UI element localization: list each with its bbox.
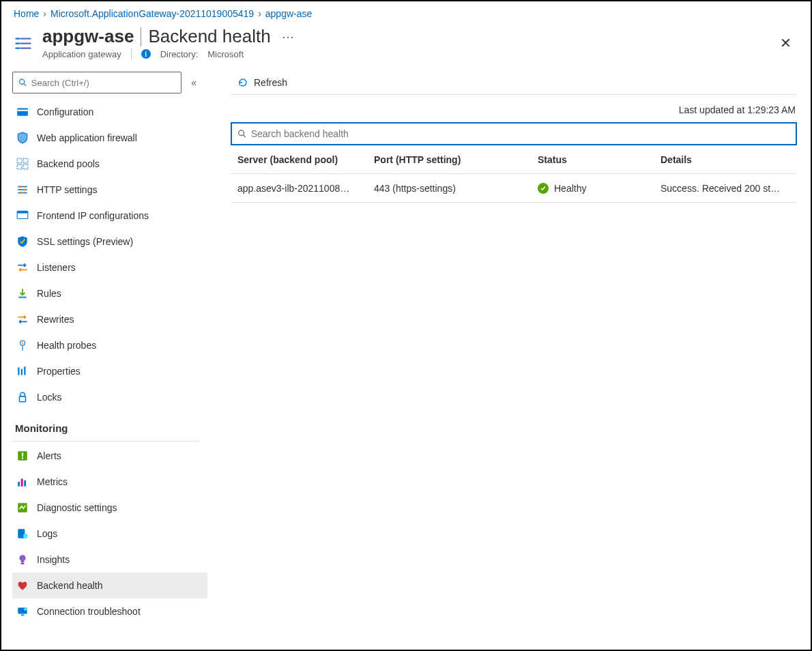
breadcrumb-resource-group[interactable]: Microsoft.ApplicationGateway-20211019005… (50, 8, 254, 19)
cell-port: 443 (https-settings) (374, 183, 538, 194)
sidebar-item-rewrites[interactable]: Rewrites (12, 306, 207, 332)
sidebar-item-connection-troubleshoot[interactable]: Connection troubleshoot (12, 598, 207, 624)
svg-rect-3 (17, 110, 28, 111)
chevron-right-icon: › (43, 8, 46, 19)
resource-icon (14, 35, 33, 55)
sidebar-item-listeners[interactable]: Listeners (12, 255, 207, 280)
sidebar-item-health-probes[interactable]: Health probes (12, 332, 207, 358)
more-actions-button[interactable]: ⋯ (278, 27, 298, 47)
lock-icon (16, 391, 29, 403)
sidebar-item-locks[interactable]: Locks (12, 384, 207, 410)
sidebar-item-rules[interactable]: Rules (12, 280, 207, 306)
sidebar-item-waf[interactable]: Web application firewall (12, 125, 207, 151)
logs-icon (16, 527, 29, 540)
sidebar-item-frontend-ip[interactable]: Frontend IP configurations (12, 203, 207, 229)
col-server[interactable]: Server (backend pool) (237, 154, 374, 165)
col-port[interactable]: Port (HTTP setting) (374, 154, 538, 165)
sliders-icon (16, 184, 29, 196)
sidebar-item-ssl-settings[interactable]: SSL settings (Preview) (12, 229, 207, 255)
svg-point-19 (22, 343, 23, 344)
breadcrumb-home[interactable]: Home (14, 8, 39, 19)
diagnostic-icon (16, 502, 29, 514)
sidebar-item-label: Configuration (37, 106, 93, 117)
close-button[interactable]: ✕ (773, 31, 798, 55)
subtitle-divider (131, 48, 132, 59)
shield-icon (16, 132, 29, 144)
resource-name: appgw-ase (42, 26, 134, 47)
svg-rect-2 (17, 108, 28, 115)
page-title: Backend health (148, 26, 270, 47)
sidebar-item-configuration[interactable]: Configuration (12, 99, 207, 125)
backend-health-table: Server (backend pool) Port (HTTP setting… (231, 145, 797, 203)
sidebar-item-metrics[interactable]: Metrics (12, 469, 207, 495)
backend-health-search-input[interactable] (251, 128, 790, 139)
swap-icon (16, 261, 29, 274)
svg-rect-27 (18, 482, 20, 487)
sidebar-item-alerts[interactable]: Alerts (12, 443, 207, 469)
lightbulb-icon (16, 553, 29, 566)
svg-rect-25 (22, 453, 23, 457)
page-header: appgw-ase Backend health ⋯ Application g… (1, 23, 811, 59)
sidebar-item-label: Logs (37, 528, 57, 539)
sidebar-item-label: Rewrites (37, 314, 74, 325)
sidebar-item-properties[interactable]: Properties (12, 358, 207, 384)
chevron-right-icon: › (258, 8, 261, 19)
sidebar-item-label: SSL settings (Preview) (37, 236, 133, 247)
alert-icon (16, 450, 29, 462)
col-details[interactable]: Details (661, 154, 790, 165)
sidebar-item-insights[interactable]: Insights (12, 547, 207, 573)
col-status[interactable]: Status (538, 154, 661, 165)
breadcrumb-resource[interactable]: appgw-ase (265, 8, 313, 19)
svg-rect-28 (21, 479, 23, 487)
sidebar-item-logs[interactable]: Logs (12, 521, 207, 547)
svg-rect-35 (21, 615, 25, 616)
sidebar-item-backend-health[interactable]: Backend health (12, 573, 207, 598)
sidebar-item-label: Properties (37, 366, 81, 377)
sidebar-item-label: Diagnostic settings (37, 502, 117, 513)
sidebar-item-label: Backend pools (37, 158, 100, 169)
table-row[interactable]: app.asev3-ilb-20211008… 443 (https-setti… (231, 174, 797, 203)
svg-point-0 (20, 79, 25, 84)
svg-rect-23 (20, 396, 26, 402)
sidebar-item-label: Web application firewall (37, 132, 137, 143)
sidebar-item-label: Metrics (37, 476, 68, 487)
svg-rect-6 (17, 164, 22, 169)
refresh-label: Refresh (254, 77, 287, 88)
sidebar-search-input[interactable] (31, 78, 175, 88)
sidebar-item-label: Health probes (37, 340, 96, 351)
sidebar-item-label: Alerts (37, 450, 61, 461)
search-icon (237, 129, 247, 139)
swap-icon (16, 313, 29, 326)
sidebar-item-label: Backend health (37, 580, 103, 591)
download-icon (16, 287, 29, 300)
sidebar-search[interactable] (12, 72, 182, 93)
sidebar-item-http-settings[interactable]: HTTP settings (12, 177, 207, 203)
backend-health-search[interactable] (231, 122, 797, 145)
sidebar-nav[interactable]: Configuration Web application firewall B… (12, 99, 209, 639)
grid-icon (16, 158, 29, 170)
sidebar-item-label: Locks (37, 392, 62, 403)
search-icon (18, 78, 27, 87)
svg-rect-29 (24, 480, 26, 487)
cell-status: Healthy (538, 183, 661, 194)
main-content: Refresh Last updated at 1:29:23 AM Serve… (209, 66, 811, 639)
probe-icon (16, 339, 29, 351)
status-text: Healthy (554, 183, 586, 194)
last-updated: Last updated at 1:29:23 AM (231, 95, 797, 122)
svg-point-11 (19, 186, 21, 188)
sidebar-item-label: Rules (37, 288, 61, 299)
cell-details: Success. Received 200 st… (661, 183, 790, 194)
sidebar-item-diagnostic-settings[interactable]: Diagnostic settings (12, 495, 207, 521)
refresh-button[interactable]: Refresh (231, 74, 294, 91)
svg-point-37 (239, 130, 244, 136)
sidebar-item-label: Connection troubleshoot (37, 606, 141, 617)
collapse-sidebar-button[interactable]: « (188, 74, 199, 91)
svg-rect-26 (22, 457, 23, 459)
sidebar-item-label: Insights (37, 554, 70, 565)
shield-check-icon (16, 235, 29, 248)
svg-rect-5 (23, 158, 28, 163)
sidebar-group-monitoring: Monitoring (12, 410, 207, 439)
svg-rect-33 (21, 563, 25, 564)
table-header: Server (backend pool) Port (HTTP setting… (231, 145, 797, 174)
sidebar-item-backend-pools[interactable]: Backend pools (12, 151, 207, 177)
